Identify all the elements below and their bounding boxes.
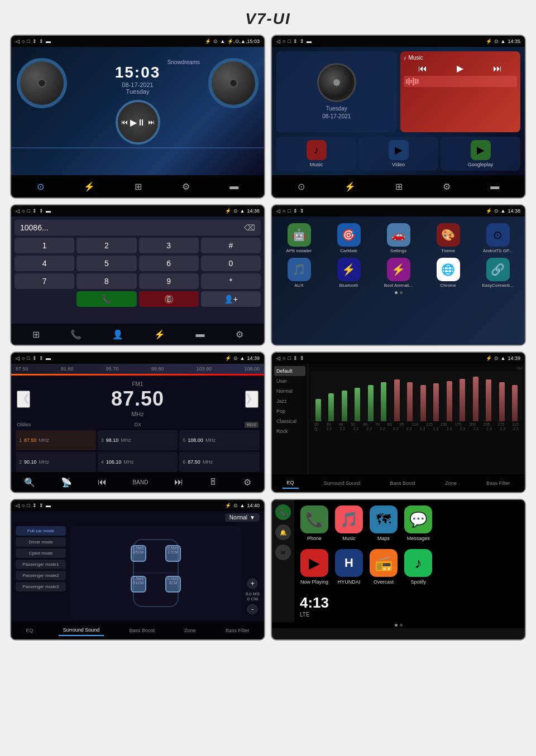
radio-prev-btn[interactable]: 《 <box>17 391 30 408</box>
app-bluetooth[interactable]: ⚡ Bluetooth <box>326 258 371 288</box>
radio-next-icon[interactable]: ⏭ <box>174 477 183 487</box>
preset-normal[interactable]: Normal <box>274 386 305 396</box>
play-icon[interactable]: ▶⏸ <box>130 117 146 128</box>
eq-bar-3[interactable] <box>342 391 347 421</box>
s7-tab-bass-boost[interactable]: Bass Boost <box>125 625 160 635</box>
contacts-icon[interactable]: 👤 <box>112 329 123 340</box>
app-googleplay[interactable]: ▶ Googleplay <box>441 137 520 171</box>
back-icon-2[interactable]: ◁ <box>276 38 280 44</box>
bt-nav-icon[interactable]: ⚡ <box>84 181 95 192</box>
preset-classical[interactable]: Classical <box>274 416 305 426</box>
mode-passenger2[interactable]: Passenger mode2 <box>16 571 66 580</box>
s7-tab-eq[interactable]: EQ <box>22 625 38 635</box>
recents-icon[interactable]: □ <box>27 38 30 44</box>
mode-copilot[interactable]: Cpilot mode <box>16 548 66 558</box>
eq-bar-14[interactable] <box>486 379 491 421</box>
dial-0[interactable]: 0 <box>201 256 261 271</box>
recents-icon-6[interactable]: □ <box>288 355 290 361</box>
preset-rock[interactable]: Rock <box>274 426 305 436</box>
preset-pop[interactable]: Pop <box>274 406 305 416</box>
band-btn[interactable]: BAND <box>133 479 149 485</box>
eq-bar-16[interactable] <box>512 385 518 421</box>
dial-7[interactable]: 7 <box>15 273 74 289</box>
home-icon[interactable]: ○ <box>22 38 25 44</box>
preset-1[interactable]: 1 87.50 MHz <box>16 430 96 450</box>
tab-bass-boost[interactable]: Bass Boost <box>386 478 420 488</box>
app-aux[interactable]: 🎵 AUX <box>276 258 322 288</box>
dial-6[interactable]: 6 <box>139 256 199 271</box>
app-music[interactable]: ♪ Music <box>276 137 356 171</box>
eq-bar-8[interactable] <box>407 382 413 421</box>
eq-bar-4[interactable] <box>355 388 360 421</box>
tab-bass-filter[interactable]: Bass Filter <box>482 478 515 488</box>
s7-tab-bass-filter[interactable]: Bass Filter <box>221 625 254 635</box>
eq-radio-icon[interactable]: 🎚 <box>209 477 218 487</box>
nav-icon-2[interactable]: ⊙ <box>298 181 305 192</box>
scan-icon[interactable]: 📡 <box>61 477 72 488</box>
cp-app-hyundai[interactable]: H HYUNDAI <box>334 549 363 587</box>
preset-3[interactable]: 3 98.10 MHz <box>98 430 178 450</box>
app-chrome[interactable]: 🌐 Chrome <box>425 258 471 288</box>
home-icon-7[interactable]: ○ <box>22 503 25 508</box>
recents-icon-3[interactable]: □ <box>27 208 30 214</box>
eq-bar-5[interactable] <box>368 385 374 421</box>
call-btn[interactable]: 📞 <box>76 291 136 307</box>
cp-app-music[interactable]: 🎵 Music <box>334 505 363 543</box>
eq-bar-15[interactable] <box>499 382 505 421</box>
music-controls[interactable]: ⏮ ▶ ⏭ <box>404 63 518 74</box>
radio-settings-icon[interactable]: ⚙ <box>243 477 251 488</box>
sidebar-icon-2[interactable]: 🔔 <box>275 524 291 540</box>
s7-tab-zone[interactable]: Zone <box>180 625 200 635</box>
home-icon-5[interactable]: ○ <box>22 355 25 361</box>
app-carmate[interactable]: 🎯 CarMate <box>326 223 371 253</box>
media-icon-2[interactable]: ▬ <box>490 181 499 191</box>
cp-app-maps[interactable]: 🗺 Maps <box>369 505 398 543</box>
prev-icon[interactable]: ⏮ <box>121 118 128 126</box>
mode-selector[interactable]: Normal ▼ <box>225 513 260 522</box>
preset-user[interactable]: User <box>274 376 305 386</box>
home-icon-6[interactable]: ○ <box>283 355 285 361</box>
sidebar-icon-3[interactable]: ✉ <box>275 545 291 560</box>
mode-driver[interactable]: Driver mode <box>16 537 66 547</box>
add-contact-btn[interactable]: 👤+ <box>201 291 261 307</box>
minus-btn[interactable]: - <box>247 604 258 615</box>
cp-app-messages[interactable]: 💬 Messages <box>404 505 433 543</box>
dial-5[interactable]: 5 <box>76 256 136 271</box>
dialpad-icon[interactable]: ⊞ <box>32 329 40 340</box>
preset-6[interactable]: 6 87.50 MHz <box>179 452 260 472</box>
radio-next-btn[interactable]: 》 <box>245 391 259 408</box>
cp-app-overcast[interactable]: 📻 Overcast <box>369 549 398 587</box>
back-icon[interactable]: ◁ <box>16 38 20 44</box>
plus-btn[interactable]: + <box>247 578 258 589</box>
app-apk[interactable]: 🤖 APK installer <box>276 223 322 253</box>
play-controls[interactable]: ⏮ ▶⏸ ⏭ <box>116 100 160 145</box>
s7-tab-surround[interactable]: Surround Sound <box>59 625 104 636</box>
tab-eq[interactable]: EQ <box>283 478 299 489</box>
settings-icon-2[interactable]: ⚙ <box>443 181 451 192</box>
dial-star[interactable]: * <box>201 273 261 289</box>
preset-default[interactable]: Default <box>274 366 305 376</box>
recents-icon-2[interactable]: □ <box>288 38 290 44</box>
mode-passenger3[interactable]: Passenger mode3 <box>16 582 66 591</box>
app-androits[interactable]: ⊙ AndroiTS GP... <box>475 223 520 253</box>
back-icon-5[interactable]: ◁ <box>16 355 20 361</box>
dial-8[interactable]: 8 <box>76 273 136 289</box>
app-video[interactable]: ▶ Video <box>358 137 438 171</box>
next-icon[interactable]: ⏭ <box>148 118 155 126</box>
recents-icon-7[interactable]: □ <box>27 503 30 508</box>
back-icon-3[interactable]: ◁ <box>16 208 20 214</box>
prev-btn-2[interactable]: ⏮ <box>418 64 427 74</box>
settings-icon[interactable]: ⚙ <box>182 181 190 192</box>
cp-app-phone[interactable]: 📞 Phone <box>300 505 329 543</box>
home-icon-3[interactable]: ○ <box>22 208 25 214</box>
eq-bar-2[interactable] <box>328 393 334 421</box>
media-icon[interactable]: ▬ <box>229 181 238 191</box>
app-easy-connect[interactable]: 🔗 EasyConnecti... <box>475 258 520 288</box>
nav-icon[interactable]: ⊙ <box>37 181 44 192</box>
app-theme[interactable]: 🎨 Theme <box>425 223 471 253</box>
home-icon-4[interactable]: ○ <box>283 208 285 214</box>
apps-icon[interactable]: ⊞ <box>135 181 142 192</box>
bt-phone-icon[interactable]: ⚡ <box>154 329 165 340</box>
dial-2[interactable]: 2 <box>76 238 136 253</box>
eq-bar-10[interactable] <box>433 383 439 421</box>
